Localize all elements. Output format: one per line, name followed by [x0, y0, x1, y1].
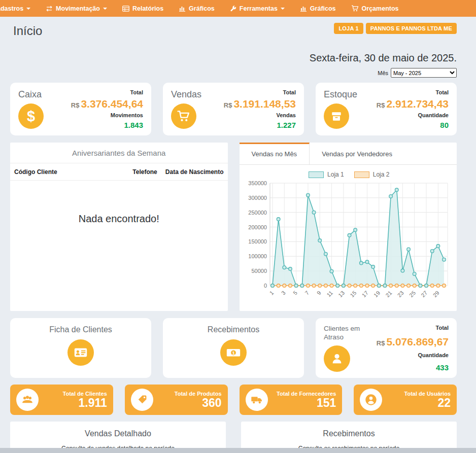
clientes-atraso-card: Clientes em Atraso Total R$5.076.869,67 … — [316, 318, 457, 378]
vendas-mes-chart: 0500001000001500002000002500003000003500… — [245, 179, 452, 307]
chevron-down-icon — [103, 8, 107, 10]
svg-text:7: 7 — [303, 290, 310, 296]
legend-swatch-loja1 — [309, 171, 324, 178]
truck-icon — [246, 389, 268, 411]
top-navbar: adastros Movimentação Relatórios Gráfico… — [0, 0, 476, 17]
nav-label: Ferramentas — [240, 5, 278, 12]
svg-text:27: 27 — [420, 290, 428, 298]
store-badge[interactable]: LOJA 1 — [334, 23, 363, 34]
legend-swatch-loja2 — [354, 171, 369, 178]
sales-tabs: Vendas no Mês Vendas por Vendedores — [240, 143, 457, 165]
svg-text:19: 19 — [372, 290, 381, 298]
nav-label: Gráficos — [189, 5, 215, 12]
svg-text:200000: 200000 — [248, 224, 267, 230]
wrench-icon — [230, 5, 236, 12]
total-value: R$3.376.454,64 — [71, 98, 143, 110]
user-circle-icon — [360, 389, 382, 411]
svg-text:17: 17 — [360, 290, 369, 298]
svg-text:0: 0 — [263, 283, 266, 289]
recebimentos-card[interactable]: Recebimentos 1 — [163, 318, 304, 378]
sales-chart-panel: Vendas no Mês Vendas por Vendedores Loja… — [240, 143, 457, 311]
tile-label: Total de Usuários — [382, 391, 451, 397]
dollar-icon: $ — [18, 103, 44, 129]
nav-item-relatorios[interactable]: Relatórios — [122, 5, 163, 12]
svg-text:21: 21 — [384, 290, 393, 298]
money-bill-icon: 1 — [220, 339, 247, 366]
card-title: Vendas — [171, 89, 201, 100]
total-clientes-tile[interactable]: Total de Clientes 1.911 — [10, 385, 113, 415]
sub-label: Movimentos — [71, 112, 143, 118]
sub-label: Quantidade — [377, 112, 449, 118]
nav-item-movimentacao[interactable]: Movimentação — [46, 5, 107, 12]
report-title: Recebimentos — [241, 429, 457, 438]
tab-vendas-no-mes[interactable]: Vendas no Mês — [240, 143, 310, 164]
nav-label: Gráficos — [310, 5, 336, 12]
nav-label: Movimentação — [56, 5, 100, 12]
tab-vendas-por-vendedores[interactable]: Vendas por Vendedores — [310, 143, 404, 164]
svg-text:11: 11 — [325, 290, 334, 298]
current-date: Sexta-feira, 30 de maio de 2025. — [10, 52, 457, 64]
total-produtos-tile[interactable]: Total de Produtos 360 — [125, 385, 228, 415]
column-data-nascimento: Data de Nascimento — [165, 168, 224, 176]
legend-label-loja2: Loja 2 — [373, 171, 390, 178]
tile-value: 151 — [268, 397, 336, 409]
vendas-card: Vendas Total R$3.191.148,53 Vendas 1.227 — [163, 83, 304, 135]
chevron-down-icon — [26, 8, 30, 10]
box-icon — [324, 103, 349, 129]
svg-text:250000: 250000 — [248, 210, 267, 216]
total-fornecedores-tile[interactable]: Total de Fornecedores 151 — [240, 385, 343, 415]
birthdays-panel: Aniversariantes da Semana Código Cliente… — [10, 143, 228, 311]
table-icon — [122, 6, 129, 12]
exchange-icon — [46, 6, 53, 12]
tile-label: Total de Produtos — [153, 391, 222, 397]
card-title: Ficha de Clientes — [10, 325, 151, 334]
nav-item-graficos-2[interactable]: Gráficos — [300, 5, 336, 12]
tile-label: Total de Fornecedores — [268, 391, 336, 397]
nav-label: adastros — [0, 5, 23, 12]
svg-text:150000: 150000 — [248, 238, 267, 245]
nav-item-cadastros[interactable]: adastros — [0, 5, 30, 12]
svg-text:13: 13 — [337, 290, 346, 298]
sub-value: 1.227 — [224, 121, 296, 129]
estoque-card: Estoque Total R$2.912.734,43 Quantidade … — [316, 83, 457, 135]
tile-value: 360 — [153, 397, 222, 409]
store-badges: LOJA 1 PANNOS E PANNOS LTDA ME — [334, 23, 457, 34]
nav-label: Orçamentos — [362, 5, 399, 12]
month-select[interactable]: May - 2025 — [391, 68, 457, 78]
svg-text:100000: 100000 — [248, 253, 267, 259]
report-title: Vendas Detalhado — [10, 429, 226, 438]
svg-text:5: 5 — [292, 290, 298, 296]
total-label: Total — [71, 89, 143, 95]
tag-icon — [131, 389, 153, 411]
tile-label: Total de Clientes — [39, 391, 107, 397]
total-value: R$3.191.148,53 — [224, 98, 296, 110]
sub-label: Vendas — [224, 112, 296, 118]
month-label: Mês — [378, 70, 388, 76]
sub-value: 80 — [377, 121, 449, 129]
svg-text:3: 3 — [280, 290, 286, 296]
svg-text:350000: 350000 — [248, 180, 267, 186]
total-usuarios-tile[interactable]: Total de Usuários 22 — [354, 385, 457, 415]
tile-value: 1.911 — [39, 397, 107, 409]
sub-value: 1.843 — [71, 121, 143, 129]
total-label: Total — [224, 89, 296, 95]
svg-text:1: 1 — [268, 290, 275, 296]
svg-text:50000: 50000 — [251, 268, 267, 274]
svg-text:25: 25 — [407, 290, 416, 298]
total-value: R$2.912.734,43 — [377, 98, 449, 110]
ficha-clientes-card[interactable]: Ficha de Clientes — [10, 318, 151, 378]
bar-chart-icon — [300, 6, 307, 12]
svg-text:1: 1 — [232, 350, 234, 356]
cart-icon — [171, 103, 196, 129]
nav-label: Relatórios — [132, 5, 163, 12]
nav-item-orcamentos[interactable]: Orçamentos — [351, 5, 399, 12]
cart-icon — [351, 5, 359, 12]
nav-item-ferramentas[interactable]: Ferramentas — [230, 5, 285, 12]
chevron-down-icon — [281, 8, 285, 10]
card-title: Caixa — [18, 89, 44, 100]
birthdays-table-header: Código Cliente Telefone Data de Nascimen… — [10, 163, 228, 181]
tile-value: 22 — [382, 397, 451, 409]
caixa-card: Caixa $ Total R$3.376.454,64 Movimentos … — [10, 83, 151, 135]
nav-item-graficos-1[interactable]: Gráficos — [179, 5, 215, 12]
svg-text:300000: 300000 — [248, 195, 267, 201]
